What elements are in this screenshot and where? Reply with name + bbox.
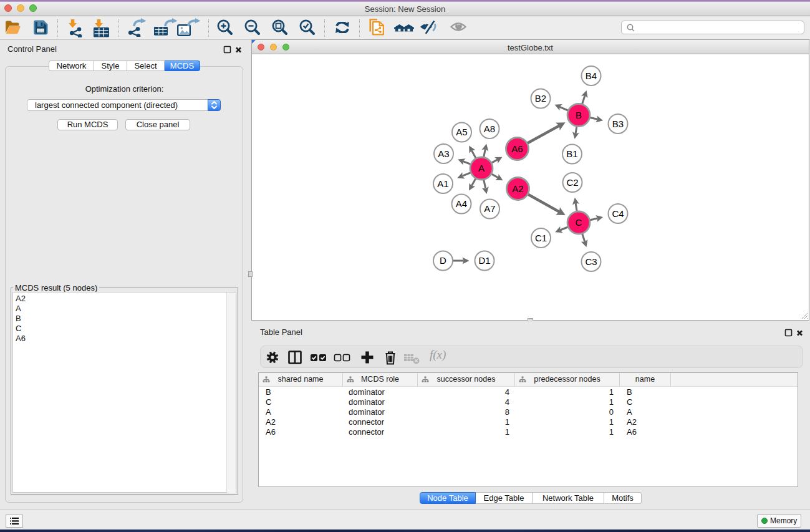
svg-text:B3: B3 (612, 118, 624, 129)
svg-text:C: C (576, 217, 582, 228)
svg-text:D: D (440, 255, 446, 266)
svg-text:A3: A3 (438, 148, 449, 159)
svg-text:C4: C4 (612, 208, 624, 219)
svg-text:A2: A2 (512, 183, 523, 194)
svg-text:A6: A6 (511, 143, 523, 154)
svg-text:B: B (576, 110, 582, 120)
svg-text:D1: D1 (478, 255, 490, 266)
svg-text:A7: A7 (484, 203, 495, 214)
svg-text:A4: A4 (456, 198, 467, 209)
svg-text:C3: C3 (585, 256, 597, 267)
svg-text:C2: C2 (566, 177, 578, 188)
svg-text:C1: C1 (535, 233, 547, 243)
svg-text:A1: A1 (437, 178, 448, 189)
svg-text:B1: B1 (566, 148, 577, 159)
svg-text:B4: B4 (586, 70, 597, 81)
svg-text:B2: B2 (535, 93, 546, 104)
svg-text:A: A (478, 163, 485, 173)
svg-text:A5: A5 (456, 127, 467, 137)
svg-text:A8: A8 (484, 123, 495, 134)
